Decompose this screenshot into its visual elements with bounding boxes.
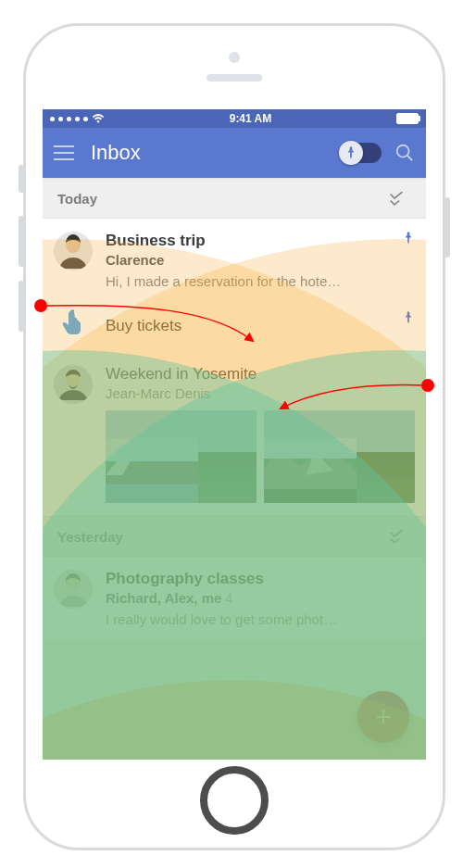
email-sender: Clarence [106,252,415,268]
reminder-hand-icon [54,308,93,346]
pin-filter-toggle[interactable] [341,143,382,163]
image-thumbnail-1[interactable] [106,410,257,503]
status-time: 9:41 AM [230,112,272,125]
sweep-icon[interactable] [389,529,411,544]
svg-line-1 [407,156,413,161]
svg-rect-16 [264,489,357,503]
status-signal [50,114,105,123]
svg-point-0 [397,145,409,157]
email-sender: Richard, Alex, me4 [106,590,415,606]
section-header-yesterday: Yesterday [43,516,426,557]
email-preview: I really would love to get some phot… [106,611,415,627]
status-battery [396,113,419,124]
app-header: Inbox [43,128,426,178]
svg-rect-10 [106,484,198,503]
battery-icon [396,113,419,124]
reminder-title: Buy tickets [106,317,415,335]
pin-icon [345,146,357,159]
email-item-business-trip[interactable]: Business trip Clarence Hi, I made a rese… [43,219,426,302]
section-header-today: Today [43,178,426,219]
email-title: Business trip [106,232,415,250]
email-sender: Jean-Marc Denis [106,385,415,401]
sweep-icon[interactable] [389,191,411,206]
page-title: Inbox [91,141,341,165]
avatar [54,570,93,609]
phone-power-button [444,197,450,258]
phone-vol-up [19,216,24,267]
phone-camera-dot [229,52,240,63]
pin-icon [402,311,415,324]
email-title: Photography classes [106,570,415,588]
status-bar: 9:41 AM [43,109,426,128]
reminder-item-buy-tickets[interactable]: Buy tickets [43,302,426,352]
screen: 9:41 AM Inbox Today [43,109,426,760]
plus-icon: + [375,701,392,733]
email-preview: Hi, I made a reservation for the hote… [106,273,415,289]
phone-mute-switch [19,165,24,193]
phone-frame: 9:41 AM Inbox Today [23,23,445,850]
section-label: Today [57,191,97,207]
svg-rect-11 [106,438,198,461]
phone-vol-down [19,281,24,332]
section-label: Yesterday [57,529,123,545]
email-title: Weekend in Yosemite [106,365,415,384]
svg-rect-15 [264,438,357,459]
compose-fab[interactable]: + [357,691,409,743]
annotation-dot-left [34,299,47,312]
email-item-photography[interactable]: Photography classes Richard, Alex, me4 I… [43,557,426,640]
email-item-yosemite[interactable]: Weekend in Yosemite Jean-Marc Denis [43,352,426,516]
pin-icon [402,232,415,245]
image-attachments[interactable] [106,410,415,503]
hamburger-menu-icon[interactable] [54,145,74,161]
phone-speaker [206,74,262,82]
phone-home-button[interactable] [200,766,269,835]
annotation-dot-right [421,379,434,392]
wifi-icon [92,114,105,123]
avatar [54,232,93,270]
search-icon[interactable] [394,143,415,163]
image-thumbnail-2[interactable] [264,410,415,503]
avatar [54,365,93,404]
